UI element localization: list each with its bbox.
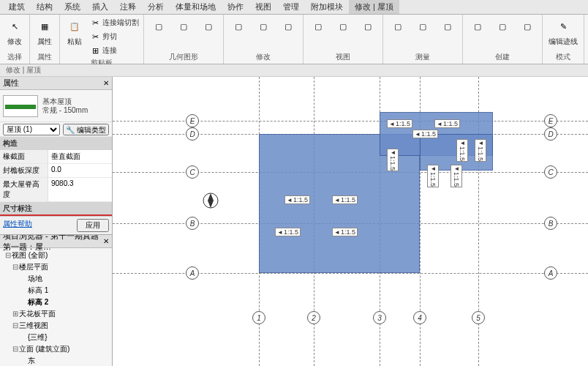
ribbon-button[interactable]: ▢ — [252, 16, 275, 37]
ribbon-button[interactable]: ▢ — [411, 16, 434, 37]
ribbon-button[interactable]: ✂连接端切割 — [88, 16, 140, 29]
property-value[interactable]: 垂直截面 — [48, 150, 112, 163]
tree-node[interactable]: ⊟立面 (建筑立面) — [1, 343, 110, 355]
slope-label[interactable]: 1:1.5 — [456, 139, 468, 162]
property-key: 椽截面 — [0, 150, 48, 163]
property-row[interactable]: 椽截面垂直截面 — [0, 150, 112, 164]
grid-bubble[interactable]: 4 — [413, 311, 426, 324]
ribbon-button[interactable]: ▢ — [356, 16, 380, 37]
ribbon-button[interactable]: ▢ — [147, 16, 170, 37]
grid-bubble[interactable]: 3 — [373, 311, 386, 324]
paste-icon: 📋 — [66, 18, 83, 35]
slope-label[interactable]: 1:1.5 — [427, 165, 439, 187]
grid-bubble[interactable]: E — [186, 114, 199, 127]
menu-item[interactable]: 插入 — [86, 0, 114, 14]
slope-label[interactable]: 1:1.5 — [475, 139, 486, 162]
grid-line[interactable] — [113, 121, 588, 122]
grid-bubble[interactable]: A — [544, 266, 557, 280]
property-row[interactable]: 最大屋脊高度9080.3 — [0, 178, 112, 202]
menu-bar: 建筑结构系统插入注释分析体量和场地协作视图管理附加模块修改 | 屋顶 — [0, 0, 588, 15]
property-value[interactable]: 9080.3 — [48, 178, 112, 201]
tree-toggle-icon[interactable]: ⊟ — [12, 345, 19, 353]
ribbon-button[interactable]: ▢ — [516, 16, 539, 37]
menu-item[interactable]: 附加模块 — [305, 0, 349, 14]
ribbon-button[interactable]: ▢ — [466, 16, 489, 37]
ribbon-button[interactable]: ✂剪切 — [88, 30, 140, 43]
menu-item[interactable]: 管理 — [277, 0, 305, 14]
tree-toggle-icon[interactable]: ⊟ — [12, 263, 19, 271]
ribbon-button[interactable]: 📋粘贴 — [63, 16, 86, 48]
menu-item[interactable]: 视图 — [249, 0, 277, 14]
tree-toggle-icon[interactable]: ⊞ — [12, 310, 19, 318]
ribbon-button[interactable]: ▢ — [197, 16, 220, 37]
close-icon[interactable]: ✕ — [103, 79, 109, 87]
slope-label[interactable]: 1:1.5 — [284, 195, 310, 204]
ribbon-button[interactable]: ▢ — [172, 16, 195, 37]
tree-node[interactable]: {三维} — [1, 332, 110, 343]
menu-item[interactable]: 建筑 — [3, 0, 31, 14]
grid-bubble[interactable]: B — [186, 217, 199, 230]
grid-bubble[interactable]: D — [186, 127, 199, 141]
cut-icon: ✂ — [89, 17, 101, 29]
menu-item[interactable]: 协作 — [222, 0, 249, 14]
ribbon-button[interactable]: ▢ — [491, 16, 514, 37]
ribbon-button[interactable]: ▢ — [276, 16, 300, 37]
grid-bubble[interactable]: 5 — [472, 311, 485, 324]
tree-node[interactable]: 场地 — [1, 273, 110, 285]
slope-label[interactable]: 1:1.5 — [275, 228, 301, 236]
tree-node[interactable]: ⊟三维视图 — [1, 320, 110, 332]
grid-bubble[interactable]: A — [186, 266, 199, 280]
ribbon-button[interactable]: ↖修改 — [3, 16, 26, 48]
close-icon[interactable]: ✕ — [103, 237, 109, 245]
ribbon-button[interactable]: ▦属性 — [33, 16, 56, 48]
browser-header: 项目浏览器 - 第十一期真题第一题：屋… ✕ — [0, 235, 112, 248]
menu-item[interactable]: 结构 — [31, 0, 59, 14]
menu-item[interactable]: 体量和场地 — [170, 0, 222, 14]
ribbon-button[interactable]: ▢ — [306, 16, 330, 37]
slope-label[interactable]: 1:1.5 — [412, 130, 438, 138]
grid-bubble[interactable]: 1 — [252, 311, 265, 324]
grid-bubble[interactable]: C — [186, 165, 199, 179]
tree-node[interactable]: 标高 2 — [1, 296, 110, 308]
grid-line[interactable] — [113, 273, 588, 274]
grid-bubble[interactable]: 2 — [307, 311, 320, 324]
grid-bubble[interactable]: D — [544, 127, 557, 141]
instance-selector[interactable]: 屋顶 (1) — [3, 124, 60, 135]
ribbon-button[interactable]: ▢ — [386, 16, 410, 37]
ribbon-button[interactable]: ▢ — [331, 16, 355, 37]
ribbon-button[interactable]: ✎编辑迹线 — [546, 16, 581, 48]
grid-bubble[interactable]: E — [544, 114, 557, 127]
slope-label[interactable]: 1:1.5 — [387, 119, 412, 128]
grid-bubble[interactable]: C — [544, 165, 557, 179]
ribbon-group-label: 几何图形 — [147, 51, 220, 62]
property-row[interactable]: 封檐板深度0.0 — [0, 164, 112, 178]
drawing-canvas[interactable]: EEDDCCBBAA123451:1.51:1.51:1.51:1.51:1.5… — [113, 77, 588, 366]
tree-node[interactable]: 标高 1 — [1, 285, 110, 296]
slope-label[interactable]: 1:1.5 — [332, 228, 358, 236]
slope-label[interactable]: 1:1.5 — [332, 195, 358, 204]
tree-toggle-icon[interactable]: ⊟ — [12, 321, 19, 329]
tree-node[interactable]: ⊟楼层平面 — [1, 261, 110, 273]
slope-label[interactable]: 1:1.5 — [387, 149, 399, 171]
ribbon-group-label: 测量 — [386, 51, 459, 62]
apply-button[interactable]: 应用 — [77, 219, 109, 232]
slope-label[interactable]: 1:1.5 — [451, 165, 462, 187]
tree-node[interactable]: 东 — [1, 355, 110, 366]
type-preview[interactable]: 基本屋顶 常规 - 150mm — [0, 90, 112, 122]
edit-type-button[interactable]: 🔧 编辑类型 — [63, 124, 109, 135]
menu-item[interactable]: 注释 — [114, 0, 142, 14]
ribbon-group-label: 模式 — [546, 51, 581, 62]
menu-item[interactable]: 系统 — [59, 0, 86, 14]
tree-toggle-icon[interactable]: ⊟ — [4, 251, 12, 259]
properties-help-link[interactable]: 属性帮助 — [3, 219, 32, 232]
ribbon-button[interactable]: ⊞连接 — [88, 44, 140, 57]
grid-bubble[interactable]: B — [544, 217, 557, 230]
ribbon-button[interactable]: ▢ — [227, 16, 250, 37]
property-key: 封檐板深度 — [0, 164, 48, 177]
tree-node[interactable]: ⊞天花板平面 — [1, 308, 110, 320]
menu-item[interactable]: 分析 — [142, 0, 170, 14]
ribbon-button[interactable]: ▢ — [436, 16, 459, 37]
slope-label[interactable]: 1:1.5 — [434, 119, 460, 128]
menu-item[interactable]: 修改 | 屋顶 — [349, 0, 399, 14]
property-value[interactable]: 0.0 — [48, 164, 112, 177]
